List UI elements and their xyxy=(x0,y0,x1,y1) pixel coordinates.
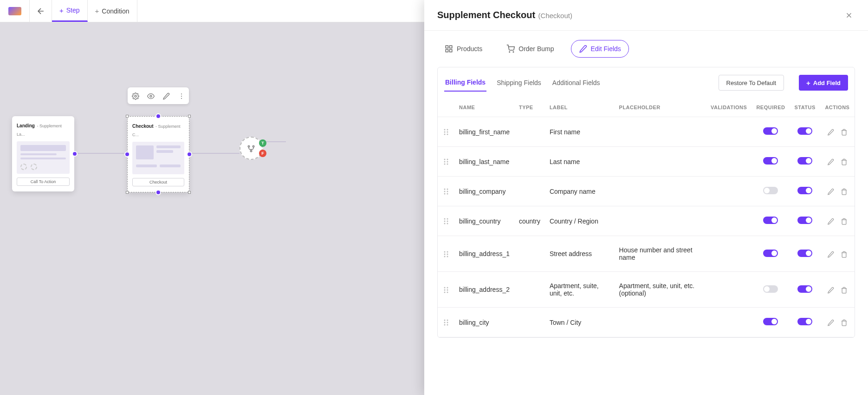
branch-node[interactable]: T F xyxy=(240,137,263,160)
drag-handle[interactable] xyxy=(438,206,454,236)
node-title: Landing xyxy=(17,123,35,128)
tab-products[interactable]: Products xyxy=(437,40,490,58)
status-toggle[interactable] xyxy=(797,127,812,135)
more-icon[interactable] xyxy=(178,92,185,100)
fields-table: NAME TYPE LABEL PLACEHOLDER VALIDATIONS … xyxy=(438,98,855,337)
status-toggle[interactable] xyxy=(797,318,812,325)
status-toggle[interactable] xyxy=(797,285,812,293)
required-toggle[interactable] xyxy=(763,127,778,135)
tab-order-bump[interactable]: Order Bump xyxy=(499,40,561,58)
cell-type xyxy=(514,308,545,337)
status-toggle[interactable] xyxy=(797,157,812,165)
status-toggle[interactable] xyxy=(797,187,812,194)
gear-icon[interactable] xyxy=(132,92,139,100)
col-actions: ACTIONS xyxy=(820,98,855,117)
app-logo[interactable] xyxy=(0,0,30,22)
delete-row-button[interactable] xyxy=(841,285,848,293)
port-input[interactable] xyxy=(124,151,130,157)
condition-tab[interactable]: + Condition xyxy=(88,0,137,22)
cell-actions xyxy=(820,147,855,177)
required-toggle[interactable] xyxy=(763,250,778,257)
svg-point-50 xyxy=(444,320,446,321)
cell-type xyxy=(514,272,545,308)
edit-row-button[interactable] xyxy=(827,187,836,195)
status-toggle[interactable] xyxy=(797,250,812,257)
table-row: billing_city Town / City xyxy=(438,308,855,337)
table-row: billing_company Company name xyxy=(438,177,855,206)
cell-status xyxy=(790,177,820,206)
cart-icon xyxy=(506,45,515,53)
drag-handle[interactable] xyxy=(438,308,454,337)
svg-point-41 xyxy=(447,253,448,255)
svg-point-12 xyxy=(509,52,510,53)
status-toggle[interactable] xyxy=(797,217,812,224)
drag-icon xyxy=(443,128,449,136)
drag-handle[interactable] xyxy=(438,117,454,147)
tab-edit-fields[interactable]: Edit Fields xyxy=(571,40,629,58)
checkout-node[interactable]: Checkout - Supplement C... Checkout xyxy=(127,116,189,192)
required-toggle[interactable] xyxy=(763,187,778,194)
required-toggle[interactable] xyxy=(763,318,778,325)
add-field-button[interactable]: + Add Field xyxy=(799,75,848,91)
cell-label: Country / Region xyxy=(545,206,615,236)
port-output[interactable] xyxy=(187,151,192,157)
cell-type xyxy=(514,236,545,272)
delete-row-button[interactable] xyxy=(841,128,848,136)
cell-validations xyxy=(706,308,751,337)
svg-point-34 xyxy=(444,221,446,222)
delete-row-button[interactable] xyxy=(841,158,848,165)
port-bottom[interactable] xyxy=(155,190,161,195)
svg-point-36 xyxy=(444,223,446,224)
back-button[interactable] xyxy=(30,0,52,22)
svg-point-51 xyxy=(447,320,448,321)
subtab-additional[interactable]: Additional Fields xyxy=(551,74,601,91)
connector-line xyxy=(74,153,127,154)
edit-row-button[interactable] xyxy=(827,285,836,293)
eye-icon[interactable] xyxy=(147,92,155,100)
drag-handle[interactable] xyxy=(438,272,454,308)
selection-handle[interactable] xyxy=(126,115,129,118)
drag-handle[interactable] xyxy=(438,236,454,272)
drag-handle[interactable] xyxy=(438,147,454,177)
svg-point-35 xyxy=(447,221,448,222)
delete-row-button[interactable] xyxy=(841,318,848,326)
node-thumbnail xyxy=(132,142,184,174)
delete-row-button[interactable] xyxy=(841,187,848,195)
subtab-shipping[interactable]: Shipping Fields xyxy=(496,74,542,91)
edit-row-button[interactable] xyxy=(827,318,836,326)
edit-row-button[interactable] xyxy=(827,158,836,165)
edit-checkout-panel: Supplement Checkout (Checkout) Products … xyxy=(424,0,868,395)
svg-point-54 xyxy=(444,324,446,326)
cell-placeholder xyxy=(615,308,706,337)
landing-node[interactable]: Landing - Supplement La... Call To Actio… xyxy=(12,116,74,191)
close-button[interactable] xyxy=(843,8,855,22)
port-top[interactable] xyxy=(155,113,161,119)
edit-row-button[interactable] xyxy=(827,128,836,136)
edit-row-button[interactable] xyxy=(827,217,836,225)
cell-placeholder xyxy=(615,147,706,177)
step-tab[interactable]: + Step xyxy=(52,0,88,22)
required-toggle[interactable] xyxy=(763,157,778,165)
svg-rect-8 xyxy=(446,46,448,48)
svg-point-6 xyxy=(253,145,254,147)
plus-icon: + xyxy=(806,79,810,87)
selection-handle[interactable] xyxy=(188,191,191,194)
edit-row-button[interactable] xyxy=(827,250,836,257)
delete-row-button[interactable] xyxy=(841,250,848,257)
subtab-billing[interactable]: Billing Fields xyxy=(444,74,486,92)
selection-handle[interactable] xyxy=(126,191,129,194)
port-output[interactable] xyxy=(72,151,78,157)
cell-name: billing_company xyxy=(454,177,514,206)
pencil-icon[interactable] xyxy=(162,92,170,100)
restore-default-button[interactable]: Restore To Default xyxy=(719,75,784,91)
delete-row-button[interactable] xyxy=(841,217,848,225)
selection-handle[interactable] xyxy=(188,115,191,118)
drag-icon xyxy=(443,286,449,294)
required-toggle[interactable] xyxy=(763,217,778,224)
required-toggle[interactable] xyxy=(763,285,778,293)
cell-placeholder: House number and street name xyxy=(615,236,706,272)
svg-rect-9 xyxy=(450,46,452,48)
node-title: Checkout xyxy=(132,124,154,129)
svg-point-43 xyxy=(447,256,448,257)
drag-handle[interactable] xyxy=(438,177,454,206)
